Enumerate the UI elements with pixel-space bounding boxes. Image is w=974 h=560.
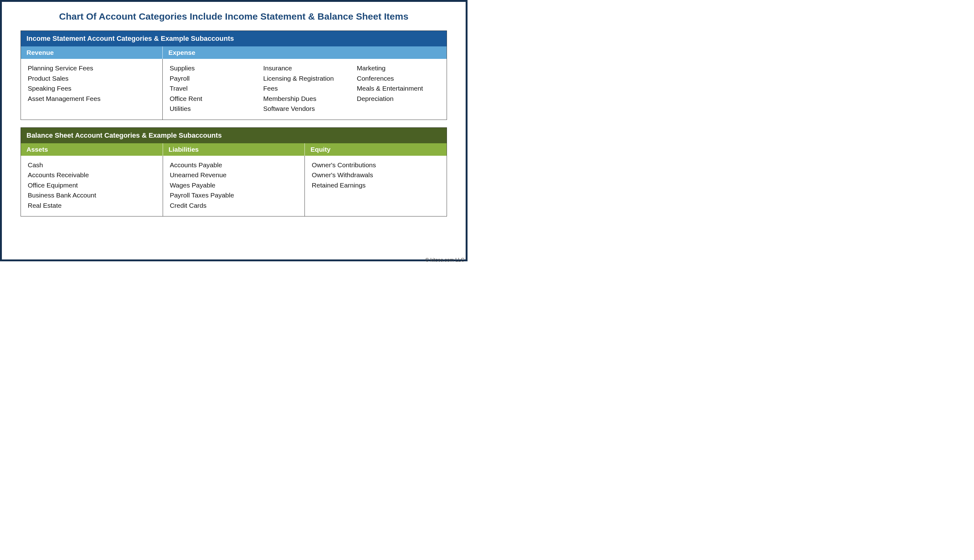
assets-cell: Cash Accounts Receivable Office Equipmen… [21,156,163,217]
list-item: Licensing & Registration Fees [263,73,347,94]
income-statement-header: Income Statement Account Categories & Ex… [21,31,447,47]
list-item: Travel [170,83,254,94]
list-item: Product Sales [28,73,157,84]
revenue-cell: Planning Service Fees Product Sales Spea… [21,59,163,120]
expense-col-3: Marketing Conferences Meals & Entertainm… [357,63,441,114]
list-item: Utilities [170,104,254,114]
page-title: Chart Of Account Categories Include Inco… [20,11,447,22]
equity-subheader: Equity [305,143,447,156]
document-frame: Chart Of Account Categories Include Inco… [0,0,468,261]
equity-cell: Owner's Contributions Owner's Withdrawal… [305,156,447,217]
expense-cell: Supplies Payroll Travel Office Rent Util… [163,59,447,120]
assets-subheader: Assets [21,143,163,156]
balance-sheet-content: Cash Accounts Receivable Office Equipmen… [21,156,447,217]
list-item: Retained Earnings [312,180,441,191]
attribution-text: © kitces.com LLC [425,257,464,263]
expense-subheader: Expense [163,47,447,59]
list-item: Marketing [357,63,441,73]
list-item: Owner's Withdrawals [312,170,441,180]
list-item: Meals & Entertainment [357,83,441,94]
list-item: Payroll [170,73,254,84]
balance-sheet-panel: Balance Sheet Account Categories & Examp… [20,127,447,217]
liabilities-cell: Accounts Payable Unearned Revenue Wages … [163,156,305,217]
list-item: Conferences [357,73,441,84]
income-statement-content: Planning Service Fees Product Sales Spea… [21,59,447,120]
list-item: Unearned Revenue [170,170,299,180]
list-item: Depreciation [357,94,441,104]
list-item: Insurance [263,63,347,73]
revenue-subheader: Revenue [21,47,163,59]
list-item: Real Estate [28,201,157,211]
expense-col-1: Supplies Payroll Travel Office Rent Util… [170,63,254,114]
list-item: Cash [28,160,157,170]
balance-sheet-subheader-row: Assets Liabilities Equity [21,143,447,156]
expense-col-2: Insurance Licensing & Registration Fees … [263,63,347,114]
list-item: Owner's Contributions [312,160,441,170]
income-statement-panel: Income Statement Account Categories & Ex… [20,30,447,120]
list-item: Membership Dues [263,94,347,104]
list-item: Office Rent [170,94,254,104]
list-item: Credit Cards [170,201,299,211]
list-item: Speaking Fees [28,83,157,94]
list-item: Payroll Taxes Payable [170,190,299,201]
balance-sheet-header: Balance Sheet Account Categories & Examp… [21,128,447,143]
list-item: Planning Service Fees [28,63,157,73]
income-statement-subheader-row: Revenue Expense [21,47,447,59]
list-item: Supplies [170,63,254,73]
list-item: Business Bank Account [28,190,157,201]
list-item: Asset Management Fees [28,94,157,104]
list-item: Software Vendors [263,104,347,114]
list-item: Office Equipment [28,180,157,191]
list-item: Accounts Receivable [28,170,157,180]
list-item: Wages Payable [170,180,299,191]
list-item: Accounts Payable [170,160,299,170]
liabilities-subheader: Liabilities [163,143,305,156]
